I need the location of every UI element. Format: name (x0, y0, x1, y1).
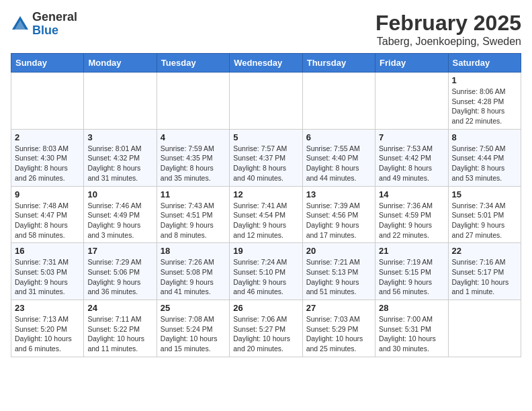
calendar-day-cell (230, 73, 302, 130)
day-number: 13 (306, 189, 371, 199)
day-number: 16 (15, 246, 80, 256)
calendar-week-row: 9Sunrise: 7:48 AM Sunset: 4:47 PM Daylig… (11, 186, 521, 243)
calendar-day-cell: 21Sunrise: 7:19 AM Sunset: 5:15 PM Dayli… (375, 243, 448, 300)
day-number: 10 (87, 189, 152, 199)
logo-blue-text: Blue (32, 24, 58, 37)
day-number: 21 (379, 246, 444, 256)
calendar-day-cell: 6Sunrise: 7:55 AM Sunset: 4:40 PM Daylig… (302, 129, 375, 186)
calendar-day-cell: 26Sunrise: 7:06 AM Sunset: 5:27 PM Dayli… (230, 300, 302, 357)
day-number: 9 (15, 189, 80, 199)
logo: General Blue (11, 11, 77, 38)
day-number: 3 (87, 132, 152, 142)
day-number: 14 (379, 189, 444, 199)
day-number: 28 (379, 303, 444, 313)
weekday-header: Thursday (302, 54, 375, 73)
calendar-day-cell: 28Sunrise: 7:00 AM Sunset: 5:31 PM Dayli… (375, 300, 448, 357)
logo-icon (11, 15, 30, 34)
calendar-day-cell: 22Sunrise: 7:16 AM Sunset: 5:17 PM Dayli… (448, 243, 521, 300)
calendar-day-cell (302, 73, 375, 130)
day-number: 20 (306, 246, 371, 256)
calendar-day-cell: 19Sunrise: 7:24 AM Sunset: 5:10 PM Dayli… (230, 243, 302, 300)
logo-text: General Blue (32, 11, 77, 38)
day-number: 5 (233, 132, 298, 142)
weekday-header: Tuesday (157, 54, 229, 73)
day-info: Sunrise: 8:03 AM Sunset: 4:30 PM Dayligh… (15, 144, 80, 183)
day-number: 12 (233, 189, 298, 199)
day-info: Sunrise: 7:41 AM Sunset: 4:54 PM Dayligh… (233, 201, 298, 240)
calendar-week-row: 1Sunrise: 8:06 AM Sunset: 4:28 PM Daylig… (11, 73, 521, 130)
calendar-day-cell (448, 300, 521, 357)
calendar-day-cell: 14Sunrise: 7:36 AM Sunset: 4:59 PM Dayli… (375, 186, 448, 243)
day-info: Sunrise: 7:19 AM Sunset: 5:15 PM Dayligh… (379, 257, 444, 297)
day-number: 6 (306, 132, 371, 142)
calendar-day-cell: 27Sunrise: 7:03 AM Sunset: 5:29 PM Dayli… (302, 300, 375, 357)
day-number: 23 (15, 303, 80, 313)
day-number: 18 (161, 246, 226, 256)
calendar-day-cell: 11Sunrise: 7:43 AM Sunset: 4:51 PM Dayli… (157, 186, 229, 243)
calendar-day-cell: 15Sunrise: 7:34 AM Sunset: 5:01 PM Dayli… (448, 186, 521, 243)
day-info: Sunrise: 7:24 AM Sunset: 5:10 PM Dayligh… (233, 257, 298, 297)
calendar-day-cell: 3Sunrise: 8:01 AM Sunset: 4:32 PM Daylig… (84, 129, 157, 186)
calendar-week-row: 16Sunrise: 7:31 AM Sunset: 5:03 PM Dayli… (11, 243, 521, 300)
calendar-day-cell: 4Sunrise: 7:59 AM Sunset: 4:35 PM Daylig… (157, 129, 229, 186)
day-number: 15 (452, 189, 517, 199)
weekday-header: Sunday (11, 54, 84, 73)
day-number: 4 (161, 132, 226, 142)
day-info: Sunrise: 7:46 AM Sunset: 4:49 PM Dayligh… (87, 201, 152, 240)
day-info: Sunrise: 7:53 AM Sunset: 4:42 PM Dayligh… (379, 144, 444, 183)
day-info: Sunrise: 7:48 AM Sunset: 4:47 PM Dayligh… (15, 201, 80, 240)
day-info: Sunrise: 7:13 AM Sunset: 5:20 PM Dayligh… (15, 314, 80, 354)
day-info: Sunrise: 8:06 AM Sunset: 4:28 PM Dayligh… (452, 87, 517, 126)
day-info: Sunrise: 7:50 AM Sunset: 4:44 PM Dayligh… (452, 144, 517, 183)
calendar-day-cell: 24Sunrise: 7:11 AM Sunset: 5:22 PM Dayli… (84, 300, 157, 357)
day-number: 26 (233, 303, 298, 313)
day-info: Sunrise: 7:16 AM Sunset: 5:17 PM Dayligh… (452, 257, 517, 297)
calendar-day-cell: 5Sunrise: 7:57 AM Sunset: 4:37 PM Daylig… (230, 129, 302, 186)
calendar-day-cell: 2Sunrise: 8:03 AM Sunset: 4:30 PM Daylig… (11, 129, 84, 186)
day-number: 8 (452, 132, 517, 142)
weekday-header: Monday (84, 54, 157, 73)
calendar-day-cell: 17Sunrise: 7:29 AM Sunset: 5:06 PM Dayli… (84, 243, 157, 300)
day-info: Sunrise: 7:08 AM Sunset: 5:24 PM Dayligh… (161, 314, 226, 354)
calendar-day-cell: 23Sunrise: 7:13 AM Sunset: 5:20 PM Dayli… (11, 300, 84, 357)
day-info: Sunrise: 7:59 AM Sunset: 4:35 PM Dayligh… (161, 144, 226, 183)
day-number: 19 (233, 246, 298, 256)
calendar-day-cell: 13Sunrise: 7:39 AM Sunset: 4:56 PM Dayli… (302, 186, 375, 243)
day-number: 27 (306, 303, 371, 313)
day-number: 2 (15, 132, 80, 142)
calendar-day-cell: 20Sunrise: 7:21 AM Sunset: 5:13 PM Dayli… (302, 243, 375, 300)
day-info: Sunrise: 7:26 AM Sunset: 5:08 PM Dayligh… (161, 257, 226, 297)
calendar-day-cell: 7Sunrise: 7:53 AM Sunset: 4:42 PM Daylig… (375, 129, 448, 186)
day-number: 24 (87, 303, 152, 313)
calendar-week-row: 23Sunrise: 7:13 AM Sunset: 5:20 PM Dayli… (11, 300, 521, 357)
day-info: Sunrise: 7:21 AM Sunset: 5:13 PM Dayligh… (306, 257, 371, 297)
calendar-day-cell: 25Sunrise: 7:08 AM Sunset: 5:24 PM Dayli… (157, 300, 229, 357)
day-info: Sunrise: 7:55 AM Sunset: 4:40 PM Dayligh… (306, 144, 371, 183)
calendar: SundayMondayTuesdayWednesdayThursdayFrid… (11, 53, 521, 357)
calendar-day-cell: 18Sunrise: 7:26 AM Sunset: 5:08 PM Dayli… (157, 243, 229, 300)
logo-general-text: General (32, 10, 77, 24)
day-number: 1 (452, 75, 517, 85)
weekday-header: Wednesday (230, 54, 302, 73)
calendar-day-cell: 10Sunrise: 7:46 AM Sunset: 4:49 PM Dayli… (84, 186, 157, 243)
weekday-header: Friday (375, 54, 448, 73)
calendar-week-row: 2Sunrise: 8:03 AM Sunset: 4:30 PM Daylig… (11, 129, 521, 186)
calendar-day-cell (375, 73, 448, 130)
calendar-day-cell (84, 73, 157, 130)
calendar-day-cell: 1Sunrise: 8:06 AM Sunset: 4:28 PM Daylig… (448, 73, 521, 130)
day-number: 25 (161, 303, 226, 313)
day-info: Sunrise: 7:43 AM Sunset: 4:51 PM Dayligh… (161, 201, 226, 240)
day-info: Sunrise: 7:06 AM Sunset: 5:27 PM Dayligh… (233, 314, 298, 354)
month-title: February 2025 (375, 11, 521, 36)
day-info: Sunrise: 7:39 AM Sunset: 4:56 PM Dayligh… (306, 201, 371, 240)
day-info: Sunrise: 7:29 AM Sunset: 5:06 PM Dayligh… (87, 257, 152, 297)
calendar-day-cell: 12Sunrise: 7:41 AM Sunset: 4:54 PM Dayli… (230, 186, 302, 243)
day-number: 22 (452, 246, 517, 256)
weekday-header-row: SundayMondayTuesdayWednesdayThursdayFrid… (11, 54, 521, 73)
day-info: Sunrise: 7:00 AM Sunset: 5:31 PM Dayligh… (379, 314, 444, 354)
calendar-day-cell (157, 73, 229, 130)
day-info: Sunrise: 7:36 AM Sunset: 4:59 PM Dayligh… (379, 201, 444, 240)
day-info: Sunrise: 7:11 AM Sunset: 5:22 PM Dayligh… (87, 314, 152, 354)
location: Taberg, Joenkoeping, Sweden (375, 36, 521, 48)
day-number: 7 (379, 132, 444, 142)
